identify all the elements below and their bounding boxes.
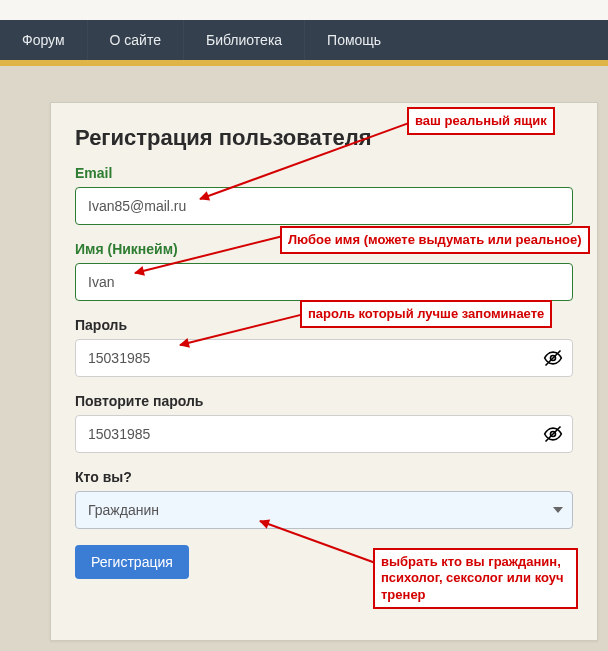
annotation-role: выбрать кто вы гражданин, психолог, секс…: [373, 548, 578, 609]
role-label: Кто вы?: [75, 469, 573, 485]
password2-label: Повторите пароль: [75, 393, 573, 409]
annotation-email: ваш реальный ящик: [407, 107, 555, 135]
gold-stripe: [0, 60, 608, 66]
email-label: Email: [75, 165, 573, 181]
annotation-password: пароль который лучше запоминаете: [300, 300, 552, 328]
main-nav: Форум О сайте Библиотека Помощь: [0, 20, 608, 60]
password2-input[interactable]: [75, 415, 573, 453]
nav-library[interactable]: Библиотека: [183, 20, 304, 60]
eye-off-icon[interactable]: [543, 424, 563, 444]
top-light-band: [0, 0, 608, 20]
email-input[interactable]: [75, 187, 573, 225]
role-select[interactable]: Гражданин: [75, 491, 573, 529]
eye-off-icon[interactable]: [543, 348, 563, 368]
nav-forum[interactable]: Форум: [0, 20, 87, 60]
register-button[interactable]: Регистрация: [75, 545, 189, 579]
password-input[interactable]: [75, 339, 573, 377]
annotation-name: Любое имя (можете выдумать или реальное): [280, 226, 590, 254]
nav-help[interactable]: Помощь: [304, 20, 403, 60]
nav-about[interactable]: О сайте: [87, 20, 183, 60]
